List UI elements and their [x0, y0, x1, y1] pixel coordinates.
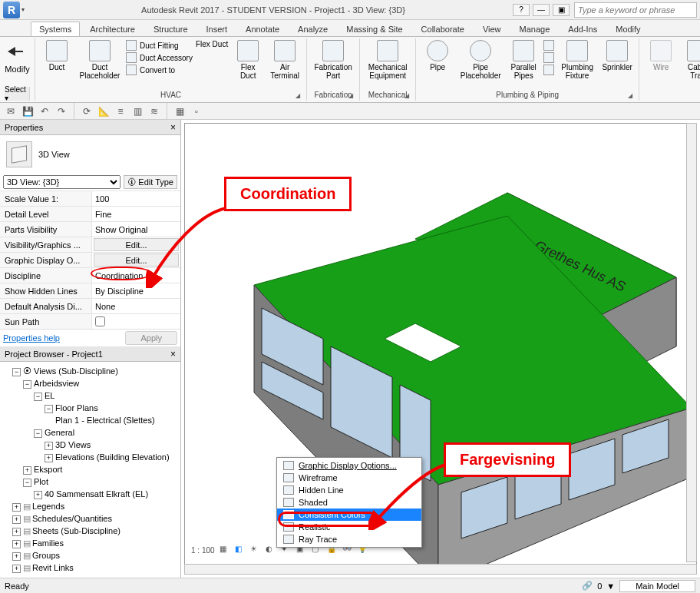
tree-families[interactable]: +Families — [12, 537, 179, 549]
pipe-placeholder-button[interactable]: Pipe Placeholder — [457, 40, 504, 80]
pp-small-2[interactable] — [543, 52, 554, 63]
thin-lines-icon[interactable]: ≋ — [148, 105, 160, 118]
view-scale[interactable]: 1 : 100 — [191, 546, 215, 555]
prop-value[interactable]: Show Original — [92, 225, 180, 234]
align-icon[interactable]: ≡ — [114, 105, 127, 118]
workset-selector[interactable]: Main Model — [619, 580, 695, 592]
panel-launcher-icon[interactable]: ◢ — [404, 92, 409, 99]
tree-revit-links[interactable]: +Revit Links — [12, 562, 179, 574]
tree-plan1[interactable]: Plan 1 - Electrical (Slettes) — [55, 414, 179, 426]
flex-duct-small-button[interactable]: Flex Duct — [196, 40, 228, 48]
tree-elevations[interactable]: +Elevations (Building Elevation) — [45, 451, 179, 463]
prop-value[interactable]: By Discipline — [92, 287, 180, 296]
plumbing-fixture-button[interactable]: Plumbing Fixture — [557, 40, 597, 80]
cable-tray-button[interactable]: Cable Tray — [681, 40, 700, 80]
visual-style-icon[interactable]: ◧ — [235, 545, 246, 555]
prop-show-hidden[interactable]: Show Hidden LinesBy Discipline — [0, 283, 180, 298]
tab-massing-site[interactable]: Massing & Site — [338, 22, 411, 36]
pp-small-3[interactable] — [543, 65, 554, 75]
prop-value[interactable]: Fine — [92, 210, 180, 219]
save-icon[interactable]: 💾 — [21, 105, 34, 118]
tab-manage[interactable]: Manage — [511, 22, 559, 36]
air-terminal-button[interactable]: Air Terminal — [268, 40, 302, 80]
shadows-icon[interactable]: ◐ — [266, 545, 276, 555]
undo-icon[interactable]: ↶ — [38, 105, 51, 118]
tree-legends[interactable]: +Legends — [12, 500, 179, 512]
properties-help-link[interactable]: Properties help — [3, 333, 60, 343]
apply-button[interactable]: Apply — [125, 331, 177, 345]
sun-path-icon[interactable]: ☀ — [250, 545, 261, 555]
mechanical-equipment-button[interactable]: Mechanical Equipment — [365, 40, 411, 80]
edit-button[interactable]: Edit... — [94, 253, 179, 267]
prop-detail-level[interactable]: Detail LevelFine — [0, 206, 180, 221]
close-views-icon[interactable]: ▦ — [173, 105, 186, 118]
tree-root[interactable]: −⦿ Views (Sub-Discipline) −Arbeidsview −… — [12, 365, 179, 500]
tab-analyze[interactable]: Analyze — [289, 22, 336, 36]
parallel-pipes-button[interactable]: Parallel Pipes — [507, 40, 540, 80]
prop-parts-visibility[interactable]: Parts VisibilityShow Original — [0, 221, 180, 237]
properties-type-selector[interactable]: 3D View — [0, 135, 180, 174]
vertical-scrollbar[interactable] — [686, 123, 697, 562]
panel-launcher-icon[interactable]: ◢ — [296, 92, 300, 99]
prop-discipline[interactable]: DisciplineCoordination — [0, 267, 180, 283]
tab-structure[interactable]: Structure — [145, 22, 196, 36]
tab-systems[interactable]: Systems — [31, 22, 80, 36]
panel-launcher-icon[interactable]: ◢ — [628, 92, 632, 99]
tab-view[interactable]: View — [474, 22, 510, 36]
switch-window-icon[interactable]: ▫ — [190, 105, 203, 118]
search-input[interactable] — [574, 2, 697, 18]
close-icon[interactable]: × — [170, 349, 176, 359]
tree-schedules[interactable]: +Schedules/Quantities — [12, 512, 179, 525]
tree-groups[interactable]: +Groups — [12, 549, 179, 562]
maximize-button[interactable]: ▣ — [553, 4, 570, 16]
duct-fitting-button[interactable]: Duct Fitting — [126, 40, 193, 51]
modify-button[interactable]: Modify — [5, 40, 30, 74]
tree-sheets[interactable]: +Sheets (Sub-Discipline) — [12, 525, 179, 537]
tree-plot[interactable]: −Plot +40 Sammensatt Elkraft (EL) — [23, 475, 179, 500]
pp-small-1[interactable] — [543, 40, 554, 51]
ctx-realistic[interactable]: Realistic — [277, 521, 421, 533]
prop-scale-value[interactable]: Scale Value 1:100 — [0, 190, 180, 206]
tab-architecture[interactable]: Architecture — [81, 22, 144, 36]
horizontal-scrollbar[interactable] — [184, 564, 697, 575]
open-icon[interactable]: ✉ — [5, 105, 17, 118]
prop-graphic-display[interactable]: Graphic Display O...Edit... — [0, 252, 180, 267]
tab-annotate[interactable]: Annotate — [237, 22, 288, 36]
redo-icon[interactable]: ↷ — [55, 105, 68, 118]
prop-value[interactable]: 100 — [92, 194, 180, 204]
filter-icon[interactable]: ▼ — [606, 581, 615, 591]
sprinkler-button[interactable]: Sprinkler — [600, 40, 634, 71]
panel-launcher-icon[interactable]: ◢ — [348, 92, 353, 99]
fabrication-part-button[interactable]: Fabrication Part — [312, 40, 355, 80]
tree-el[interactable]: −EL −Floor Plans Plan 1 - Electrical (Sl… — [34, 389, 179, 426]
ctx-hidden-line[interactable]: Hidden Line — [277, 484, 421, 496]
sun-path-checkbox[interactable] — [95, 316, 105, 326]
instance-selector[interactable]: 3D View: {3D} — [3, 175, 121, 189]
wire-button[interactable]: Wire — [644, 40, 678, 71]
pipe-button[interactable]: Pipe — [421, 40, 454, 71]
ctx-wireframe[interactable]: Wireframe — [277, 472, 421, 484]
properties-header[interactable]: Properties × — [0, 120, 180, 135]
prop-default-analysis[interactable]: Default Analysis Di...None — [0, 298, 180, 313]
tree-general[interactable]: −General +3D Views +Elevations (Building… — [34, 426, 179, 463]
ctx-ray-trace[interactable]: Ray Trace — [277, 533, 421, 545]
app-menu-button[interactable]: R — [3, 2, 20, 18]
prop-visibility-graphics[interactable]: Visibility/Graphics ...Edit... — [0, 237, 180, 252]
select-dropdown[interactable]: Select ▾ — [5, 87, 30, 101]
sync-icon[interactable]: ⟳ — [81, 105, 93, 118]
ctx-graphic-display-options[interactable]: Graphic Display Options... — [277, 459, 421, 472]
duct-button[interactable]: Duct — [40, 40, 74, 71]
prop-sun-path[interactable]: Sun Path — [0, 313, 180, 329]
prop-value[interactable]: Coordination — [92, 271, 180, 280]
duct-placeholder-button[interactable]: Duct Placeholder — [77, 40, 123, 80]
tab-add-ins[interactable]: Add-Ins — [560, 22, 606, 36]
tree-arbeidsview[interactable]: −Arbeidsview −EL −Floor Plans Plan 1 - E… — [23, 377, 179, 463]
tree-floor-plans[interactable]: −Floor Plans Plan 1 - Electrical (Slette… — [45, 402, 179, 426]
help-button[interactable]: ? — [513, 4, 530, 16]
tree-eksport[interactable]: +Eksport — [23, 463, 179, 475]
section-icon[interactable]: ▥ — [131, 105, 144, 118]
flex-duct-button[interactable]: Flex Duct — [231, 40, 265, 80]
tab-modify[interactable]: Modify — [607, 22, 649, 36]
project-browser-tree[interactable]: −⦿ Views (Sub-Discipline) −Arbeidsview −… — [0, 362, 180, 578]
measure-icon[interactable]: 📐 — [97, 105, 110, 118]
